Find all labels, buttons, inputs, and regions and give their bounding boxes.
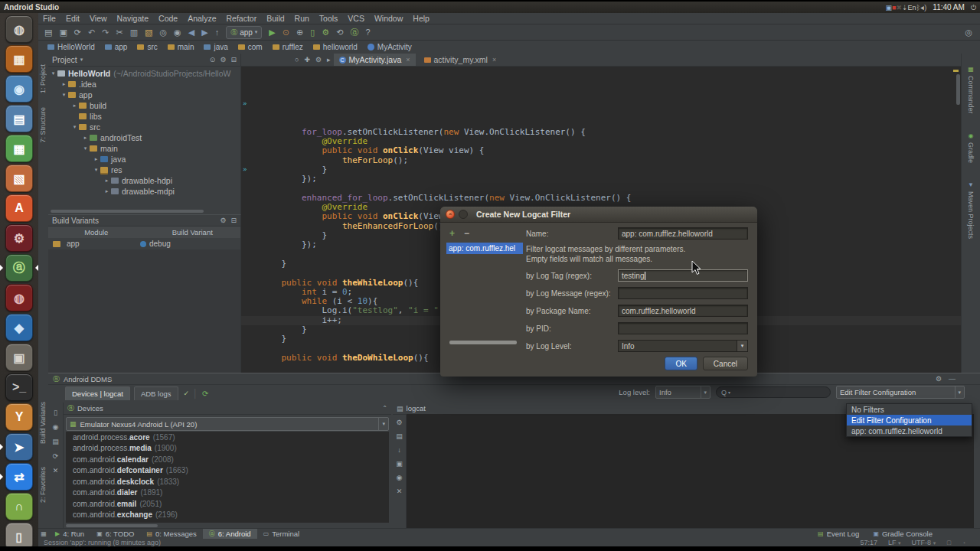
breadcrumb-item[interactable]: main	[168, 43, 194, 51]
launcher-icon[interactable]: ◆	[5, 314, 33, 341]
tree-item[interactable]: ▸ java	[48, 154, 240, 165]
tray-icon[interactable]: En	[908, 4, 916, 11]
run-configuration-select[interactable]: ⓐ app ▾	[226, 26, 262, 39]
panel-header-icon[interactable]: ⊟	[230, 217, 237, 224]
menu-item[interactable]: File	[43, 14, 56, 23]
toolbar-icon[interactable]: ⟳	[74, 28, 81, 37]
breadcrumb-item[interactable]: HelloWorld	[47, 43, 95, 51]
ok-button[interactable]: OK	[665, 357, 697, 370]
tree-item[interactable]: ▾ src	[48, 122, 240, 132]
tree-toggle-icon[interactable]: ▾	[93, 167, 100, 173]
launcher-icon[interactable]: ▦	[5, 45, 33, 73]
dialog-title-bar[interactable]: × Create New Logcat Filter	[440, 207, 757, 223]
toolbar-icon[interactable]: ◀	[188, 28, 194, 37]
tree-toggle-icon[interactable]: ▸	[103, 178, 110, 184]
tool-window-tab[interactable]: ▭ Terminal	[257, 529, 305, 539]
toolbar-icon[interactable]: ↷	[102, 28, 109, 37]
log-message-field[interactable]	[618, 287, 748, 299]
session-gear-icon[interactable]: ⏻	[971, 4, 976, 11]
launcher-icon[interactable]: ⚙	[5, 224, 33, 252]
launcher-icon[interactable]: ▦	[5, 135, 33, 162]
toolbar-icon[interactable]: ◎	[160, 28, 168, 37]
toolbar-icon[interactable]: ◉	[174, 28, 181, 37]
device-tool-icon[interactable]: ◉	[53, 423, 59, 431]
tool-tab-structure[interactable]: 7: Structure	[39, 107, 47, 143]
ddms-tab[interactable]: ADB logs	[134, 386, 178, 400]
toolbar-icon[interactable]: ▯	[310, 28, 315, 37]
launcher-icon[interactable]: ▧	[5, 165, 33, 192]
process-row[interactable]: android.process.media(1900)	[66, 443, 389, 455]
launcher-icon[interactable]: ∩	[5, 493, 33, 520]
process-row[interactable]: com.android.dialer(1891)	[66, 487, 389, 499]
breadcrumb-item[interactable]: src	[137, 43, 157, 51]
tree-item[interactable]: ▸ drawable-hdpi	[48, 175, 240, 186]
toolbar-icon[interactable]: ↶	[88, 28, 95, 37]
right-tool-tab[interactable]: ◉ Gradle	[967, 132, 975, 163]
process-row[interactable]: com.android.defcontainer(1663)	[66, 465, 389, 477]
launcher-icon[interactable]: ➤	[5, 433, 33, 461]
tool-window-tab[interactable]: ▤ Event Log	[816, 530, 861, 538]
build-variant-row[interactable]: app debug	[48, 238, 241, 249]
name-field[interactable]: app: com.rufflez.helloworld	[618, 227, 748, 240]
cancel-button[interactable]: Cancel	[703, 357, 748, 370]
tool-window-tab[interactable]: ▣ 6: TODO	[90, 529, 140, 539]
breadcrumb-item[interactable]: app	[105, 43, 128, 51]
menu-item[interactable]: View	[90, 14, 107, 23]
close-icon[interactable]: ×	[406, 56, 410, 64]
process-row[interactable]: com.android.exchange(2196)	[66, 510, 389, 521]
toolbar-icon[interactable]: ⊕	[296, 28, 303, 37]
search-icon[interactable]: ◎	[965, 28, 972, 37]
ddms-tab[interactable]: Devices | logcat	[65, 386, 130, 400]
menu-item[interactable]: Analyze	[188, 14, 216, 23]
launcher-icon[interactable]: ◍	[5, 15, 33, 43]
launcher-icon[interactable]: ▯	[5, 523, 33, 546]
device-tool-icon[interactable]: ▤	[52, 438, 59, 445]
tree-toggle-icon[interactable]: ▾	[82, 145, 89, 152]
breadcrumb-item[interactable]: rufflez	[273, 43, 303, 51]
collapse-icon[interactable]: ⌃	[382, 405, 387, 412]
remove-filter-button[interactable]: −	[464, 228, 469, 239]
launcher-icon[interactable]: ▣	[5, 344, 33, 371]
filter-configuration-select[interactable]: Edit Filter Configuration ▾	[836, 386, 965, 399]
tree-toggle-icon[interactable]: ▸	[82, 135, 89, 141]
tool-window-tab[interactable]: ▶ 4: Run	[49, 529, 90, 539]
tree-toggle-icon[interactable]: ▸	[60, 81, 67, 87]
panel-header-icon[interactable]: ⚙	[220, 56, 226, 64]
breadcrumb-item[interactable]: MyActivity	[368, 43, 412, 51]
right-tool-tab[interactable]: ▼ Maven Projects	[967, 181, 975, 239]
minimize-icon[interactable]	[459, 210, 468, 219]
editor-bar-icon[interactable]: ○	[295, 56, 299, 64]
filter-list-scrollbar[interactable]	[449, 341, 517, 344]
toolbar-icon[interactable]: ⚙	[322, 28, 329, 37]
caret-position[interactable]: 57:17	[861, 539, 878, 546]
breadcrumb-item[interactable]: helloworld	[313, 43, 358, 51]
menu-item[interactable]: Code	[158, 14, 178, 23]
dropdown-menu-item[interactable]: Edit Filter Configuration	[847, 415, 972, 425]
panel-header-icon[interactable]: ⊙	[210, 56, 216, 64]
editor-scrollbar[interactable]	[956, 74, 960, 105]
filter-list-item[interactable]: app: com.rufflez.hel	[446, 243, 523, 254]
process-row[interactable]: android.process.acore(1567)	[66, 432, 389, 443]
restart-icon[interactable]: ⟳	[202, 390, 208, 398]
tree-toggle-icon[interactable]: ▾	[71, 124, 78, 130]
package-name-field[interactable]: com.rufflez.helloworld	[618, 305, 748, 317]
toolbar-icon[interactable]: ⓐ	[350, 28, 358, 37]
editor-tab[interactable]: activity_my.xml ×	[419, 54, 502, 66]
logcat-tool-icon[interactable]: ✕	[397, 487, 403, 495]
editor-tab[interactable]: C MyActivity.java ×	[334, 54, 416, 66]
launcher-icon[interactable]: ▤	[5, 105, 33, 132]
launcher-icon[interactable]: Y	[5, 403, 33, 431]
tree-toggle-icon[interactable]: ▸	[71, 103, 78, 109]
launcher-icon[interactable]: ⇄	[5, 463, 33, 491]
menu-item[interactable]: Window	[374, 14, 403, 23]
pid-field[interactable]	[618, 322, 748, 334]
process-row[interactable]: com.android.email(2051)	[66, 498, 389, 510]
project-panel-title[interactable]: Project	[52, 55, 77, 64]
lock-icon[interactable]: ▢	[946, 540, 952, 546]
toolbar-icon[interactable]: ▶	[269, 28, 275, 37]
process-row[interactable]: com.android.calendar(2008)	[66, 454, 389, 465]
device-select[interactable]: ▦ Emulator Nexus4 Android L (API 20) ▾	[66, 417, 389, 431]
tool-tab-project[interactable]: 1: Project	[39, 64, 47, 93]
breadcrumb-item[interactable]: com	[238, 43, 263, 51]
toolbar-icon[interactable]: ?	[365, 28, 370, 37]
